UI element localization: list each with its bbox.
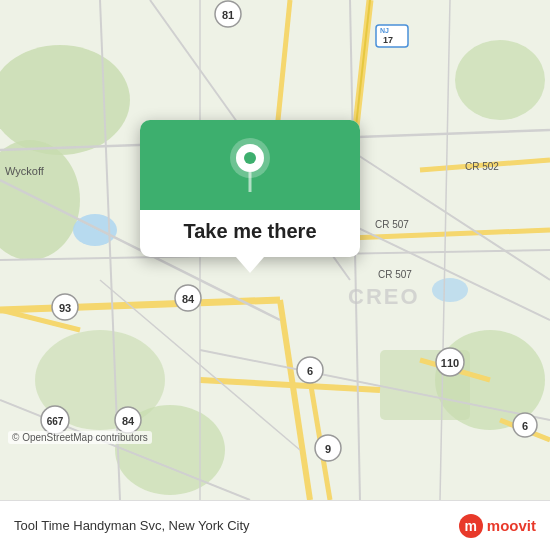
map-copyright: © OpenStreetMap contributors (8, 431, 152, 444)
svg-point-62 (244, 152, 256, 164)
svg-text:84: 84 (122, 415, 135, 427)
svg-text:CR 507: CR 507 (378, 269, 412, 280)
svg-text:Wyckoff: Wyckoff (5, 165, 45, 177)
svg-text:6: 6 (522, 420, 528, 432)
svg-text:667: 667 (47, 416, 64, 427)
navigation-callout: Take me there (140, 120, 360, 257)
svg-text:9: 9 (325, 443, 331, 455)
bottom-bar: Tool Time Handyman Svc, New York City m … (0, 500, 550, 550)
svg-text:93: 93 (59, 302, 71, 314)
svg-text:17: 17 (383, 35, 393, 45)
svg-text:110: 110 (441, 357, 459, 369)
location-label: Tool Time Handyman Svc, New York City (14, 518, 250, 533)
moovit-logo: m moovit (459, 514, 536, 538)
callout-pin-area (140, 120, 360, 210)
svg-text:84: 84 (182, 293, 195, 305)
svg-text:6: 6 (307, 365, 313, 377)
map-container: 81 NJ 17 93 84 84 6 9 110 6 667 CR 507 C… (0, 0, 550, 500)
moovit-wordmark: moovit (487, 517, 536, 534)
moovit-icon: m (459, 514, 483, 538)
svg-point-9 (432, 278, 468, 302)
svg-text:NJ: NJ (380, 27, 389, 34)
svg-text:CR 502: CR 502 (465, 161, 499, 172)
take-me-there-button[interactable]: Take me there (140, 210, 360, 257)
svg-point-3 (455, 40, 545, 120)
location-pin-icon (228, 138, 272, 192)
svg-text:81: 81 (222, 9, 234, 21)
svg-text:CR 507: CR 507 (375, 219, 409, 230)
